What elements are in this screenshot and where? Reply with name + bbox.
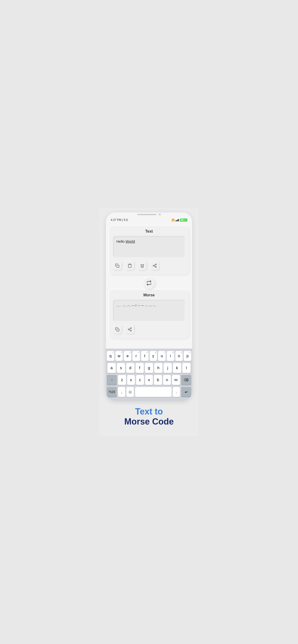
svg-point-3 xyxy=(153,265,154,266)
key-o[interactable]: 9o xyxy=(175,351,183,361)
paste-text-button[interactable] xyxy=(125,262,134,270)
key-f[interactable]: f xyxy=(135,363,144,373)
key-y[interactable]: 6y xyxy=(150,351,157,361)
key-w[interactable]: 2w xyxy=(115,351,123,361)
keyboard-row-3: ↑ z x c v b n m ⌫ xyxy=(107,375,191,385)
key-z[interactable]: z xyxy=(118,375,126,385)
copy-text-button[interactable] xyxy=(113,262,122,270)
swap-button[interactable] xyxy=(143,277,155,289)
status-time: 4:37 PM | 5.6. xyxy=(111,218,129,222)
status-bar: 4:37 PM | 5.6. 📶 56 ⚡ xyxy=(106,216,192,223)
bottom-text-line2: Morse Code xyxy=(124,417,174,427)
signal-bar-4 xyxy=(178,219,179,222)
svg-rect-1 xyxy=(129,264,130,265)
svg-point-4 xyxy=(155,266,157,268)
battery-indicator: 56 ⚡ xyxy=(180,218,187,222)
swap-container xyxy=(109,277,189,289)
share-morse-button[interactable] xyxy=(125,325,134,334)
text-toolbar xyxy=(113,260,185,271)
camera-dot xyxy=(159,214,161,216)
key-enter[interactable]: ↵ xyxy=(181,387,191,397)
key-x[interactable]: x xyxy=(127,375,135,385)
key-h[interactable]: h xyxy=(154,363,163,373)
text-input-area[interactable]: Hello World xyxy=(113,236,185,258)
key-period[interactable]: . xyxy=(173,387,180,397)
svg-point-2 xyxy=(155,264,157,265)
keyboard-row-1: 1q 2w 3e 4r 5t 6y 7u 8i 9o 0p xyxy=(107,351,191,361)
text-card: Text Hello World xyxy=(109,226,189,274)
key-i[interactable]: 8i xyxy=(167,351,174,361)
bottom-text-line1: Text to xyxy=(124,406,174,417)
key-k[interactable]: k xyxy=(173,363,181,373)
key-space[interactable] xyxy=(135,387,172,397)
svg-rect-7 xyxy=(117,329,119,331)
delete-text-button[interactable] xyxy=(138,262,146,270)
key-s[interactable]: s xyxy=(117,363,125,373)
signal-bars xyxy=(175,218,179,222)
key-d[interactable]: d xyxy=(126,363,134,373)
svg-point-10 xyxy=(130,330,131,331)
share-text-button[interactable] xyxy=(151,262,159,270)
key-r[interactable]: 4r xyxy=(132,351,140,361)
keyboard-row-2: a s d f g h j k l xyxy=(107,363,191,373)
key-c[interactable]: c xyxy=(136,375,144,385)
keyboard: 1q 2w 3e 4r 5t 6y 7u 8i 9o 0p a s d f g … xyxy=(106,348,192,401)
signal-bar-3 xyxy=(177,220,178,222)
key-symbols[interactable]: ?123 xyxy=(107,387,117,397)
key-l[interactable]: l xyxy=(182,363,191,373)
svg-point-9 xyxy=(128,329,129,330)
morse-card-title: Morse xyxy=(113,293,185,297)
key-u[interactable]: 7u xyxy=(158,351,166,361)
svg-rect-0 xyxy=(117,265,119,268)
key-backspace[interactable]: ⌫ xyxy=(181,375,191,385)
signal-bar-1 xyxy=(175,220,176,222)
svg-line-6 xyxy=(154,265,155,266)
key-n[interactable]: n xyxy=(163,375,171,385)
copy-morse-button[interactable] xyxy=(113,325,122,334)
key-comma[interactable]: , xyxy=(118,387,125,397)
key-shift[interactable]: ↑ xyxy=(107,375,117,385)
pill-notch xyxy=(137,214,157,215)
key-p[interactable]: 0p xyxy=(184,351,191,361)
svg-point-8 xyxy=(130,328,131,329)
signal-bar-2 xyxy=(176,220,177,222)
bottom-text: Text to Morse Code xyxy=(119,406,179,427)
morse-output-area: .... . .-.. .-.. --- / .-- --- .-. .-.. … xyxy=(113,300,185,321)
svg-line-11 xyxy=(129,330,130,330)
key-q[interactable]: 1q xyxy=(107,351,114,361)
key-emoji[interactable]: ☺ xyxy=(126,387,134,397)
key-m[interactable]: m xyxy=(172,375,180,385)
app-content: Text Hello World xyxy=(106,223,192,345)
key-e[interactable]: 3e xyxy=(124,351,131,361)
text-card-title: Text xyxy=(113,229,185,234)
key-t[interactable]: 5t xyxy=(141,351,148,361)
key-g[interactable]: g xyxy=(145,363,153,373)
wifi-icon: 📶 xyxy=(172,219,175,222)
key-v[interactable]: v xyxy=(145,375,153,385)
key-a[interactable]: a xyxy=(107,363,116,373)
phone-frame: 4:37 PM | 5.6. 📶 56 ⚡ Text xyxy=(106,212,192,401)
keyboard-row-4: ?123 , ☺ . ↵ xyxy=(107,387,191,397)
key-j[interactable]: j xyxy=(164,363,172,373)
svg-line-5 xyxy=(154,266,155,267)
svg-line-12 xyxy=(129,328,130,329)
key-b[interactable]: b xyxy=(154,375,162,385)
morse-toolbar xyxy=(113,324,185,335)
morse-card: Morse .... . .-.. .-.. --- / .-- --- .-.… xyxy=(109,290,189,338)
page-wrapper: 4:37 PM | 5.6. 📶 56 ⚡ Text xyxy=(99,208,199,436)
status-right: 📶 56 ⚡ xyxy=(172,218,187,222)
notch-area xyxy=(106,212,192,216)
text-input-world: World xyxy=(125,239,135,244)
